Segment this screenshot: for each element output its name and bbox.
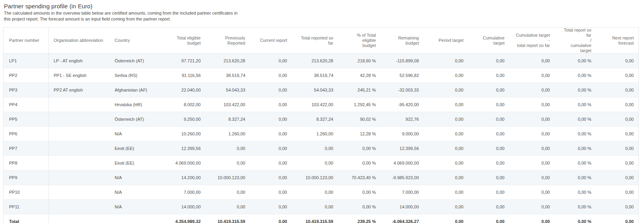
table-row: PP11N/A14.000,000,000,000,000,00 %14.000… bbox=[4, 200, 639, 214]
cell-organisation-abbreviation bbox=[49, 185, 110, 200]
column-header-total-eligible-budget: Total eligible budget bbox=[170, 28, 206, 54]
cell-current-report: 0,00 bbox=[250, 83, 292, 97]
cell-total-eligible-budget: 97.721,20 bbox=[170, 54, 206, 68]
cell-organisation-abbreviation: LP - AT english bbox=[49, 54, 110, 68]
column-header-cumulative-minus-total: Cumulative target - total report so far bbox=[509, 28, 555, 54]
total-cell-remaining-budget: -6.064.326,27 bbox=[381, 214, 424, 223]
cell-current-report: 0,00 bbox=[250, 97, 292, 112]
cell-period-target: 0,00 bbox=[424, 141, 468, 156]
column-header-country: Country bbox=[110, 28, 170, 54]
partner-spending-profile-section: Partner spending profile (in Euro) The c… bbox=[0, 0, 644, 223]
cell-cumulative-target: 0,00 bbox=[468, 127, 509, 141]
cell-current-report: 0,00 bbox=[250, 141, 292, 156]
table-row: PP8Eesti (EE)4.069.000,000,000,000,000,0… bbox=[4, 156, 639, 171]
cell-previously-reported: 38.519,74 bbox=[206, 68, 250, 83]
cell-next-report-forecast: 0,00 bbox=[596, 185, 639, 200]
cell-remaining-budget: -32.003,33 bbox=[381, 83, 424, 97]
cell-total-eligible-budget: 8.002,00 bbox=[170, 97, 206, 112]
cell-organisation-abbreviation bbox=[49, 127, 110, 141]
cell-cumulative-minus-total: 0,00 bbox=[509, 141, 555, 156]
cell-previously-reported: 10.000.123,00 bbox=[206, 171, 250, 185]
cell-cumulative-target: 0,00 bbox=[468, 141, 509, 156]
cell-pct-of-total-eligible: 0,00 % bbox=[338, 156, 381, 171]
cell-period-target: 0,00 bbox=[424, 171, 468, 185]
cell-next-report-forecast: 0,00 bbox=[596, 68, 639, 83]
cell-previously-reported: 0,00 bbox=[206, 156, 250, 171]
cell-period-target: 0,00 bbox=[424, 200, 468, 214]
cell-remaining-budget: -9.985.923,00 bbox=[381, 171, 424, 185]
cell-organisation-abbreviation bbox=[49, 171, 110, 185]
cell-cumulative-minus-total: 0,00 bbox=[509, 185, 555, 200]
cell-current-report: 0,00 bbox=[250, 112, 292, 127]
cell-partner-number: PP9 bbox=[4, 171, 49, 185]
cell-partner-number: PP10 bbox=[4, 185, 49, 200]
column-header-period-target: Period target bbox=[424, 28, 468, 54]
cell-period-target: 0,00 bbox=[424, 127, 468, 141]
cell-total-reported-so-far: 1.260,00 bbox=[292, 127, 338, 141]
cell-total-eligible-budget: 10.260,00 bbox=[170, 127, 206, 141]
cell-cumulative-minus-total: 0,00 bbox=[509, 97, 555, 112]
cell-period-target: 0,00 bbox=[424, 185, 468, 200]
cell-pct-of-total-eligible: 245,21 % bbox=[338, 83, 381, 97]
cell-total-eligible-budget: 22.040,00 bbox=[170, 83, 206, 97]
cell-total-div-cumulative: 0,00 % bbox=[555, 141, 596, 156]
table-footer: Total4.354.989,3210.419.315,590,0010.419… bbox=[4, 214, 639, 223]
total-cell-current-report: 0,00 bbox=[250, 214, 292, 223]
cell-country: Hrvatska (HR) bbox=[110, 97, 170, 112]
total-cell-period-target: 0,00 bbox=[424, 214, 468, 223]
cell-country: N/A bbox=[110, 185, 170, 200]
cell-total-eligible-budget: 4.069.000,00 bbox=[170, 156, 206, 171]
cell-total-reported-so-far: 213.620,28 bbox=[292, 54, 338, 68]
cell-cumulative-target: 0,00 bbox=[468, 83, 509, 97]
cell-remaining-budget: -115.899,08 bbox=[381, 54, 424, 68]
total-cell-organisation-abbreviation bbox=[49, 214, 110, 223]
cell-next-report-forecast: 0,00 bbox=[596, 54, 639, 68]
cell-pct-of-total-eligible: 0,00 % bbox=[338, 185, 381, 200]
cell-total-reported-so-far: 0,00 bbox=[292, 185, 338, 200]
table-row: PP2PP1 - SE englishSerbia (RS)91.116,563… bbox=[4, 68, 639, 83]
cell-next-report-forecast: 0,00 bbox=[596, 156, 639, 171]
table-header-row: Partner numberOrganisation abbreviationC… bbox=[4, 28, 639, 54]
total-cell-total-div-cumulative: 0,00 % bbox=[555, 214, 596, 223]
cell-country: N/A bbox=[110, 127, 170, 141]
cell-period-target: 0,00 bbox=[424, 54, 468, 68]
cell-previously-reported: 0,00 bbox=[206, 185, 250, 200]
cell-cumulative-minus-total: 0,00 bbox=[509, 156, 555, 171]
cell-remaining-budget: 9.000,00 bbox=[381, 127, 424, 141]
cell-cumulative-minus-total: 0,00 bbox=[509, 54, 555, 68]
cell-total-eligible-budget: 12.399,56 bbox=[170, 141, 206, 156]
cell-organisation-abbreviation bbox=[49, 200, 110, 214]
cell-total-div-cumulative: 0,00 % bbox=[555, 68, 596, 83]
table-row: PP4Hrvatska (HR)8.002,00103.422,000,0010… bbox=[4, 97, 639, 112]
table-row: PP6N/A10.260,001.260,000,001.260,0012,28… bbox=[4, 127, 639, 141]
cell-cumulative-target: 0,00 bbox=[468, 171, 509, 185]
table-row: LP1LP - AT englishÖsterreich (AT)97.721,… bbox=[4, 54, 639, 68]
cell-cumulative-minus-total: 0,00 bbox=[509, 171, 555, 185]
table-row: PP7Eesti (EE)12.399,560,000,000,000,00 %… bbox=[4, 141, 639, 156]
cell-organisation-abbreviation bbox=[49, 156, 110, 171]
cell-organisation-abbreviation: PP2 AT english bbox=[49, 83, 110, 97]
cell-next-report-forecast: 0,00 bbox=[596, 83, 639, 97]
column-header-current-report: Current report bbox=[250, 28, 292, 54]
cell-total-reported-so-far: 0,00 bbox=[292, 200, 338, 214]
cell-next-report-forecast: 0,00 bbox=[596, 112, 639, 127]
cell-previously-reported: 8.327,24 bbox=[206, 112, 250, 127]
cell-remaining-budget: 7.000,00 bbox=[381, 185, 424, 200]
cell-total-reported-so-far: 38.519,74 bbox=[292, 68, 338, 83]
cell-country: Serbia (RS) bbox=[110, 68, 170, 83]
table-row: PP3PP2 AT englishAfghanistan (AF)22.040,… bbox=[4, 83, 639, 97]
total-cell-cumulative-minus-total: 0,00 bbox=[509, 214, 555, 223]
cell-next-report-forecast: 0,00 bbox=[596, 127, 639, 141]
cell-cumulative-target: 0,00 bbox=[468, 68, 509, 83]
cell-partner-number: PP7 bbox=[4, 141, 49, 156]
cell-total-reported-so-far: 0,00 bbox=[292, 141, 338, 156]
cell-partner-number: PP3 bbox=[4, 83, 49, 97]
cell-partner-number: PP6 bbox=[4, 127, 49, 141]
cell-total-div-cumulative: 0,00 % bbox=[555, 83, 596, 97]
cell-remaining-budget: 52.596,82 bbox=[381, 68, 424, 83]
cell-total-div-cumulative: 0,00 % bbox=[555, 171, 596, 185]
cell-current-report: 0,00 bbox=[250, 200, 292, 214]
column-header-cumulative-target: Cumulative target bbox=[468, 28, 509, 54]
cell-pct-of-total-eligible: 90,02 % bbox=[338, 112, 381, 127]
cell-partner-number: PP11 bbox=[4, 200, 49, 214]
